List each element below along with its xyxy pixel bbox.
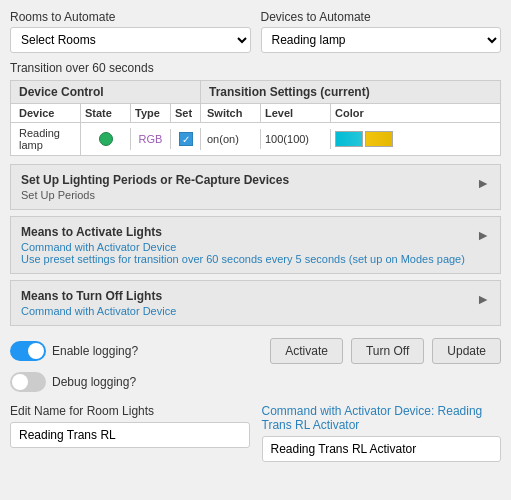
activate-panel-content: Means to Activate Lights Command with Ac… <box>21 225 468 265</box>
color-swatch <box>335 131 393 147</box>
bottom-controls: Enable logging? Activate Turn Off Update <box>10 338 501 364</box>
command-label-text: Command with Activator Device: <box>262 404 435 418</box>
update-button[interactable]: Update <box>432 338 501 364</box>
swatch-teal-icon <box>335 131 363 147</box>
debug-logging-toggle[interactable] <box>10 372 46 392</box>
transition-settings-header: Transition Settings (current) <box>201 81 500 104</box>
enable-logging-group: Enable logging? <box>10 341 138 361</box>
debug-logging-label: Debug logging? <box>52 375 136 389</box>
devices-select[interactable]: Reading lamp <box>261 27 502 53</box>
activate-button[interactable]: Activate <box>270 338 343 364</box>
debug-logging-knob <box>12 374 28 390</box>
rooms-label: Rooms to Automate <box>10 10 251 24</box>
turnoff-panel[interactable]: Means to Turn Off Lights Command with Ac… <box>10 280 501 326</box>
data-state <box>81 128 131 150</box>
data-type: RGB <box>131 129 171 149</box>
table-row: Reading lamp RGB ✓ on(on) 100(100) <box>11 123 500 155</box>
col-color: Color <box>331 104 500 122</box>
activate-panel-link1[interactable]: Command with Activator Device <box>21 241 468 253</box>
col-state: State <box>81 104 131 122</box>
command-input[interactable] <box>262 436 502 462</box>
devices-label: Devices to Automate <box>261 10 502 24</box>
debug-logging-row: Debug logging? <box>10 372 501 392</box>
enable-logging-label: Enable logging? <box>52 344 138 358</box>
edit-name-group: Edit Name for Room Lights <box>10 404 250 462</box>
set-checkbox[interactable]: ✓ <box>179 132 193 146</box>
data-set: ✓ <box>171 128 201 150</box>
turnoff-panel-title: Means to Turn Off Lights <box>21 289 468 303</box>
rooms-select[interactable]: Select Rooms <box>10 27 251 53</box>
activate-panel[interactable]: Means to Activate Lights Command with Ac… <box>10 216 501 274</box>
device-control-header: Device Control <box>11 81 201 104</box>
data-color <box>331 127 500 151</box>
col-type: Type <box>131 104 171 122</box>
lighting-panel-subtitle: Set Up Periods <box>21 189 468 201</box>
col-set: Set <box>171 104 201 122</box>
command-label: Command with Activator Device: Reading T… <box>262 404 502 432</box>
activate-panel-title: Means to Activate Lights <box>21 225 468 239</box>
state-circle-icon <box>99 132 113 146</box>
activate-panel-arrow-icon: ► <box>476 227 490 243</box>
swatch-yellow-icon <box>365 131 393 147</box>
activate-panel-link2: Use preset settings for transition over … <box>21 253 468 265</box>
turnoff-panel-content: Means to Turn Off Lights Command with Ac… <box>21 289 468 317</box>
lighting-panel[interactable]: Set Up Lighting Periods or Re-Capture De… <box>10 164 501 210</box>
action-buttons: Activate Turn Off Update <box>270 338 501 364</box>
enable-logging-knob <box>28 343 44 359</box>
lighting-panel-title: Set Up Lighting Periods or Re-Capture De… <box>21 173 468 187</box>
turnoff-panel-link1[interactable]: Command with Activator Device <box>21 305 468 317</box>
edit-name-input[interactable] <box>10 422 250 448</box>
device-table: Device Control Transition Settings (curr… <box>10 80 501 156</box>
data-level: 100(100) <box>261 129 331 149</box>
col-switch: Switch <box>201 104 261 122</box>
turnoff-button[interactable]: Turn Off <box>351 338 424 364</box>
lighting-panel-content: Set Up Lighting Periods or Re-Capture De… <box>21 173 468 201</box>
col-level: Level <box>261 104 331 122</box>
data-device: Reading lamp <box>11 123 81 155</box>
edit-name-label: Edit Name for Room Lights <box>10 404 250 418</box>
devices-group: Devices to Automate Reading lamp <box>261 10 502 53</box>
rooms-group: Rooms to Automate Select Rooms <box>10 10 251 53</box>
col-device: Device <box>11 104 81 122</box>
turnoff-panel-arrow-icon: ► <box>476 291 490 307</box>
command-group: Command with Activator Device: Reading T… <box>262 404 502 462</box>
lighting-panel-arrow-icon: ► <box>476 175 490 191</box>
data-switch: on(on) <box>201 129 261 149</box>
transition-label: Transition over 60 seconds <box>10 61 501 75</box>
edit-section: Edit Name for Room Lights Command with A… <box>10 404 501 462</box>
enable-logging-toggle[interactable] <box>10 341 46 361</box>
